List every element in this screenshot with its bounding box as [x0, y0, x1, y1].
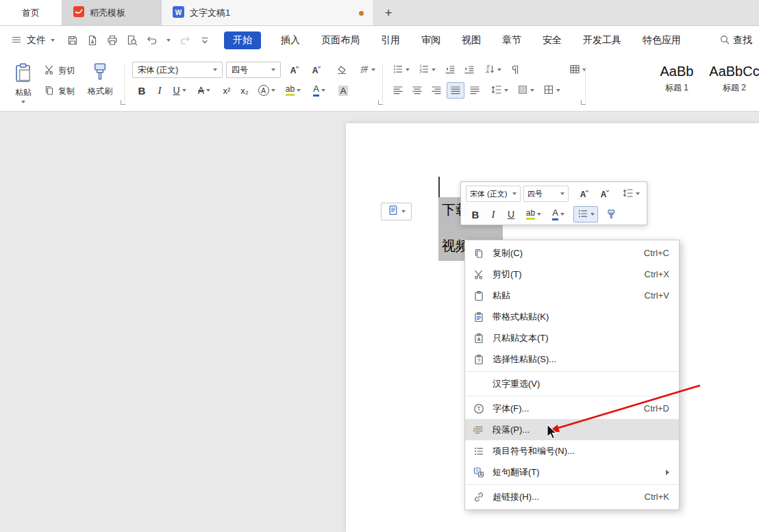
mini-font-name-select[interactable]: 宋体 (正文) [466, 186, 521, 202]
align-right-button[interactable] [427, 82, 445, 99]
context-menu-item-copy[interactable]: 复制(C) Ctrl+C [465, 242, 679, 264]
mini-line-spacing-button[interactable] [619, 186, 643, 202]
new-tab-button[interactable]: + [374, 0, 403, 25]
context-menu-item-cut[interactable]: 剪切(T) Ctrl+X [465, 264, 679, 285]
mini-font-color-button[interactable]: A [547, 206, 569, 223]
increase-font-size-button[interactable]: A [285, 62, 303, 78]
clear-format-button[interactable] [333, 62, 351, 78]
highlight-color-button[interactable]: ab [281, 82, 306, 99]
search-button[interactable]: 查找 [719, 34, 752, 47]
context-menu-item-bullets-numbering[interactable]: 项目符号和编号(N)... [465, 440, 679, 461]
mini-bullets-button[interactable] [573, 206, 598, 223]
ribbon-tab-home[interactable]: 开始 [224, 31, 261, 49]
enclosed-character-button[interactable]: A [255, 82, 278, 99]
menu-item-label: 只粘贴文本(T) [493, 332, 549, 344]
italic-button[interactable]: I [151, 82, 169, 99]
paste-options-button[interactable] [381, 203, 412, 220]
bullet-list-button[interactable] [389, 62, 412, 78]
align-center-button[interactable] [408, 82, 426, 99]
mini-italic-button[interactable]: I [484, 206, 502, 223]
document-area: 下载 视频教 宋体 (正文) 四号 A A B I U ab A 复制(C) C… [0, 112, 759, 532]
context-menu-item-paste-with-format[interactable]: 带格式粘贴(K) [465, 306, 679, 327]
cut-button[interactable]: 剪切 [44, 62, 75, 79]
context-menu-item-font[interactable]: T 字体(F)... Ctrl+D [465, 398, 679, 419]
print-button[interactable] [107, 35, 118, 46]
context-menu-item-paste-text-only[interactable]: A 只粘贴文本(T) [465, 327, 679, 349]
decrease-indent-button[interactable] [441, 62, 459, 78]
copy-button[interactable]: 复制 [44, 83, 75, 99]
strikethrough-button[interactable]: A [193, 82, 215, 99]
ribbon-tab-page-layout[interactable]: 页面布局 [320, 31, 361, 49]
ribbon-tab-insert[interactable]: 插入 [279, 31, 301, 49]
sort-button[interactable]: 文A [481, 62, 504, 78]
ribbon-tab-review[interactable]: 审阅 [420, 31, 442, 49]
context-menu-item-paste[interactable]: 粘贴 Ctrl+V [465, 285, 679, 306]
export-pdf-button[interactable] [87, 35, 98, 46]
decrease-font-size-button[interactable]: A [307, 62, 325, 78]
mini-decrease-font-button[interactable]: A [595, 186, 613, 202]
bold-button[interactable]: B [133, 82, 151, 99]
context-menu-item-paragraph[interactable]: 段落(P)... [465, 419, 679, 440]
undo-dropdown-icon[interactable] [166, 39, 171, 42]
show-marks-button[interactable] [507, 62, 525, 78]
bold-glyph: B [138, 85, 146, 97]
dialog-launcher[interactable] [378, 100, 383, 105]
undo-button[interactable] [147, 35, 158, 46]
subscript-button[interactable]: x₂ [236, 82, 253, 99]
ribbon-tab-security[interactable]: 安全 [541, 31, 563, 49]
ribbon-tab-dev-tools[interactable]: 开发工具 [582, 31, 623, 49]
save-button[interactable] [67, 35, 78, 46]
print-preview-button[interactable] [127, 35, 138, 46]
tab-document[interactable]: W 文字文稿1 [162, 0, 374, 25]
context-menu-item-phrase-translate[interactable]: 文A 短句翻译(T) [465, 461, 679, 483]
paste-icon [14, 62, 32, 85]
justify-button[interactable] [447, 82, 464, 99]
mini-bold-button[interactable]: B [466, 206, 484, 223]
chevron-down-icon [206, 89, 210, 92]
dialog-launcher[interactable] [581, 100, 586, 105]
chevron-down-icon [271, 68, 275, 71]
superscript-button[interactable]: x² [218, 82, 236, 99]
line-spacing-button[interactable] [488, 82, 511, 99]
paste-button[interactable]: 粘贴 [7, 60, 40, 106]
tab-docer-templates[interactable]: 稻壳模板 [62, 0, 162, 25]
menu-item-label: 短句翻译(T) [493, 466, 540, 479]
font-color-button[interactable]: A [308, 82, 330, 99]
file-menu-button[interactable]: 文件 [7, 34, 59, 47]
distribute-button[interactable] [466, 82, 484, 99]
menu-item-label: 汉字重选(V) [493, 378, 540, 390]
ribbon-tab-view[interactable]: 视图 [460, 31, 482, 49]
numbered-list-button[interactable]: 123 [415, 62, 438, 78]
character-shading-button[interactable]: A [334, 82, 352, 99]
pinyin-guide-button[interactable]: 拼 [355, 62, 378, 78]
mini-format-painter-button[interactable] [602, 206, 620, 223]
mini-underline-button[interactable]: U [502, 206, 520, 223]
svg-text:文: 文 [485, 64, 490, 69]
borders-button[interactable] [540, 82, 563, 99]
style-heading-1[interactable]: AaBb 标题 1 [649, 59, 704, 99]
ribbon-tab-special-features[interactable]: 特色应用 [641, 31, 682, 49]
ribbon-tab-references[interactable]: 引用 [380, 31, 401, 49]
format-painter-button[interactable]: 格式刷 [84, 60, 116, 106]
mini-highlight-button[interactable]: ab [521, 206, 546, 223]
context-menu-item-paste-special[interactable]: ? 选择性粘贴(S)... [465, 349, 679, 370]
ribbon-tab-section[interactable]: 章节 [501, 31, 523, 49]
menu-item-label: 带格式粘贴(K) [493, 311, 549, 323]
shading-button[interactable] [514, 82, 537, 99]
style-heading-2[interactable]: AaBbCc 标题 2 [707, 59, 759, 99]
style-name: 标题 2 [723, 82, 746, 94]
customize-quick-access-button[interactable] [199, 35, 210, 46]
redo-button[interactable] [179, 35, 190, 46]
align-left-button[interactable] [389, 82, 407, 99]
increase-indent-button[interactable] [460, 62, 478, 78]
font-size-select[interactable]: 四号 [226, 62, 281, 78]
font-name-select[interactable]: 宋体 (正文) [132, 62, 223, 78]
menu-separator [466, 396, 678, 396]
context-menu-item-hyperlink[interactable]: 超链接(H)... Ctrl+K [465, 486, 679, 507]
mini-increase-font-button[interactable]: A [575, 186, 593, 202]
context-menu-item-hanzi-reselect[interactable]: 汉字重选(V) [465, 373, 679, 394]
underline-button[interactable]: U [169, 82, 190, 99]
tab-home[interactable]: 首页 [0, 0, 62, 25]
mini-font-size-select[interactable]: 四号 [523, 186, 569, 202]
dialog-launcher[interactable] [121, 100, 125, 105]
